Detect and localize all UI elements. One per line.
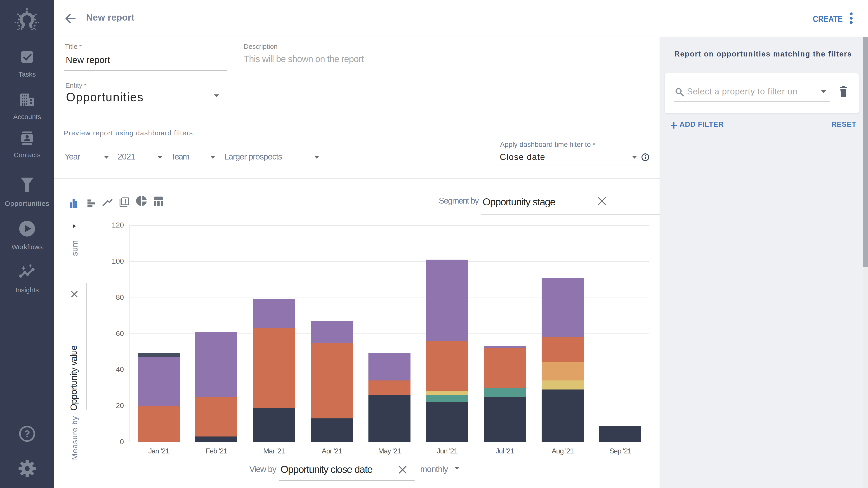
svg-text:?: ? [24,428,30,439]
